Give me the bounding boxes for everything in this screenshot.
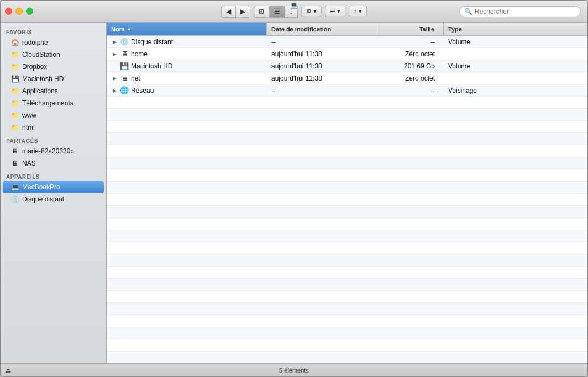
disk-icon: 💿 <box>11 195 19 204</box>
sidebar-section-favoris: FAVORIS <box>1 25 106 36</box>
empty-row <box>107 169 587 182</box>
empty-row <box>107 194 587 206</box>
sidebar-item-marie[interactable]: 🖥 marie-82a20330c <box>1 145 106 157</box>
col-header-type[interactable]: Type <box>444 23 587 35</box>
empty-row <box>107 327 587 339</box>
empty-row <box>107 121 587 133</box>
file-type: Voisinage <box>444 84 587 96</box>
file-type <box>444 48 587 60</box>
col-header-nom[interactable]: Nom ▲ <box>107 23 267 35</box>
sidebar-item-telechargements[interactable]: 📁 Téléchargements <box>1 97 106 109</box>
sidebar-item-disque-distant[interactable]: 💿 Disque distant <box>1 193 106 205</box>
sidebar-item-label: Dropbox <box>22 63 47 71</box>
sidebar-item-rodolphe[interactable]: 🏠 rodolphe <box>1 36 106 49</box>
search-box[interactable]: 🔍 <box>459 6 581 17</box>
sidebar-section-appareils: APPAREILS <box>1 169 106 181</box>
disclosure-button[interactable]: ▶ <box>111 39 118 45</box>
maximize-button[interactable] <box>26 8 33 15</box>
folder-icon: 📁 <box>11 123 19 132</box>
file-date: aujourd'hui 11:38 <box>267 72 377 84</box>
view-list-button[interactable]: ☰ <box>269 6 285 18</box>
empty-row <box>107 352 587 363</box>
col-header-date[interactable]: Date de modification <box>267 23 377 35</box>
empty-row <box>107 254 587 267</box>
table-row[interactable]: ▶ 💾 Macintosh HD aujourd'hui 11:38 201,6… <box>107 60 587 72</box>
folder-icon: 📁 <box>11 111 19 120</box>
sidebar-item-dropbox[interactable]: 📁 Dropbox <box>1 61 106 73</box>
view-icons-button[interactable]: ⊞ <box>254 6 269 18</box>
empty-row <box>107 133 587 145</box>
folder-icon: 📁 <box>11 99 19 108</box>
table-row[interactable]: ▶ 🖥 home aujourd'hui 11:38 Zéro octet <box>107 48 587 60</box>
action-button[interactable]: ⚙ ▾ <box>301 6 322 17</box>
back-button[interactable]: ◀ <box>221 6 236 18</box>
sidebar-item-applications[interactable]: 📁 Applications <box>1 85 106 97</box>
file-type: Volume <box>444 36 587 47</box>
file-nom: ▶ 🖥 home <box>107 48 267 60</box>
computer-icon: 🖥 <box>120 74 129 83</box>
table-row[interactable]: ▶ 🖥 net aujourd'hui 11:38 Zéro octet <box>107 72 587 84</box>
sidebar-item-label: rodolphe <box>22 39 48 46</box>
folder-icon: 📁 <box>11 50 19 59</box>
file-type <box>444 72 587 84</box>
sidebar-item-www[interactable]: 📁 www <box>1 109 106 121</box>
sidebar-item-label: Téléchargements <box>22 99 74 107</box>
hd-icon: 💾 <box>11 75 19 83</box>
sidebar-item-macbookpro[interactable]: 💻 MacBookPro <box>3 181 104 193</box>
home-icon: 🏠 <box>11 38 19 47</box>
sidebar-item-nas[interactable]: 🖥 NAS <box>1 157 106 169</box>
file-date: -- <box>267 36 377 47</box>
sidebar-item-label: Macintosh HD <box>22 75 64 83</box>
sidebar-item-label: CloudStation <box>22 51 60 59</box>
statusbar-left: ⏏ <box>5 367 11 374</box>
computer-icon: 🖥 <box>11 159 19 168</box>
laptop-icon: 💻 <box>11 183 19 192</box>
empty-row <box>107 97 587 109</box>
sidebar-item-label: Applications <box>22 87 58 95</box>
arrange-button[interactable]: ☰ ▾ <box>325 6 345 17</box>
file-type: Volume <box>444 60 587 72</box>
empty-row <box>107 157 587 169</box>
sidebar: FAVORIS 🏠 rodolphe 📁 CloudStation 📁 Drop… <box>1 23 107 363</box>
empty-row <box>107 109 587 121</box>
file-nom: ▶ 💾 Macintosh HD <box>107 60 267 72</box>
empty-row <box>107 242 587 254</box>
titlebar: ◀ ▶ ⊞ ☰ ⫶ ⚙ ▾ ☰ ▾ ↑ ▾ 💻 🔍 <box>1 1 587 23</box>
disclosure-button[interactable]: ▶ <box>111 87 118 94</box>
search-icon: 🔍 <box>464 8 473 15</box>
eject-icon[interactable]: ⏏ <box>5 367 11 374</box>
search-input[interactable] <box>475 8 576 15</box>
sidebar-item-label: NAS <box>22 160 36 167</box>
computer-icon: 💻 <box>290 2 298 9</box>
minimize-button[interactable] <box>15 8 23 15</box>
empty-row <box>107 267 587 279</box>
sidebar-item-html[interactable]: 📁 html <box>1 121 106 134</box>
col-header-taille[interactable]: Taille <box>377 23 444 35</box>
sidebar-item-cloudstation[interactable]: 📁 CloudStation <box>1 49 106 61</box>
sidebar-item-label: www <box>22 111 36 119</box>
file-list: ▶ 💿 Disque distant -- -- Volume ▶ 🖥 home <box>107 36 587 363</box>
forward-button[interactable]: ▶ <box>236 6 250 18</box>
computer-icon: 🖥 <box>120 50 129 59</box>
file-nom: ▶ 🌐 Réseau <box>107 84 267 96</box>
table-row[interactable]: ▶ 💿 Disque distant -- -- Volume <box>107 36 587 48</box>
file-nom: ▶ 💿 Disque distant <box>107 36 267 47</box>
empty-row <box>107 182 587 194</box>
empty-row <box>107 206 587 218</box>
close-button[interactable] <box>5 8 12 15</box>
file-taille: 201,69 Go <box>377 60 444 72</box>
empty-row <box>107 230 587 242</box>
statusbar-text: 5 éléments <box>279 367 309 374</box>
empty-row <box>107 279 587 291</box>
empty-row <box>107 291 587 303</box>
sidebar-item-macintosh-hd[interactable]: 💾 Macintosh HD <box>1 73 106 85</box>
network-icon: 🌐 <box>120 86 129 95</box>
disclosure-button[interactable]: ▶ <box>111 75 118 82</box>
sidebar-item-label: html <box>22 124 35 131</box>
sidebar-section-partages: PARTAGÉS <box>1 134 106 145</box>
main-content: Nom ▲ Date de modification Taille Type <box>107 23 587 363</box>
table-row[interactable]: ▶ 🌐 Réseau -- -- Voisinage <box>107 84 587 97</box>
disclosure-button[interactable]: ▶ <box>111 51 118 57</box>
file-nom: ▶ 🖥 net <box>107 72 267 84</box>
share-button[interactable]: ↑ ▾ <box>349 6 367 17</box>
